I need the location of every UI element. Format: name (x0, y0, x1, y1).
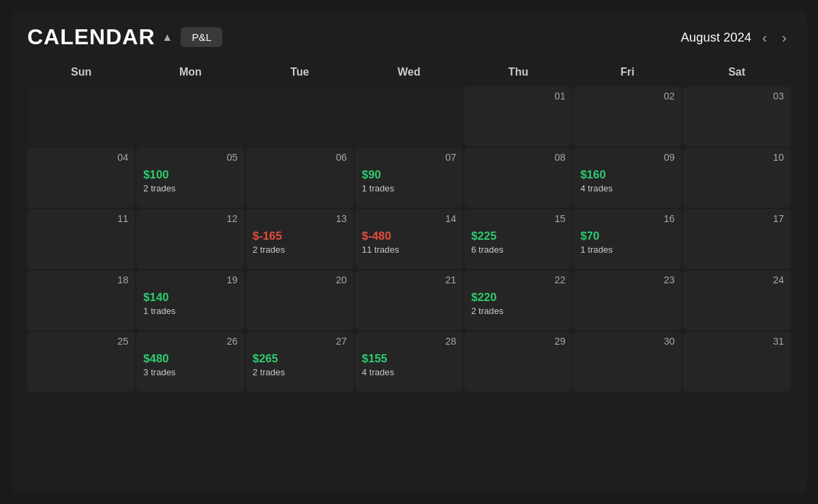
day-cell[interactable]: 22$2202 trades (464, 270, 572, 330)
day-number: 21 (362, 274, 456, 285)
weekday-mon: Mon (136, 61, 244, 85)
calendar-body: 0102030405$1002 trades0607$901 trades080… (27, 86, 791, 392)
day-cell[interactable]: 05$1002 trades (136, 148, 244, 208)
day-number: 10 (690, 152, 784, 163)
calendar-container: CALENDAR ▲ P&L August 2024 ‹ › Sun Mon T… (11, 11, 807, 493)
day-cell[interactable]: 16$701 trades (573, 209, 681, 269)
day-number: 20 (253, 274, 347, 285)
day-number: 22 (471, 274, 565, 285)
day-cell[interactable] (136, 86, 244, 146)
pnl-button[interactable]: P&L (181, 27, 222, 47)
day-number: 26 (143, 336, 237, 347)
month-nav: August 2024 ‹ › (681, 28, 791, 47)
day-pnl: $225 (471, 230, 496, 243)
day-trades: 2 trades (143, 183, 175, 193)
day-cell[interactable]: 12 (136, 209, 244, 269)
day-cell[interactable]: 21 (355, 270, 463, 330)
day-cell[interactable]: 23 (573, 270, 681, 330)
day-pnl: $155 (362, 352, 387, 366)
day-pnl: $220 (471, 291, 496, 304)
day-cell[interactable]: 20 (246, 270, 354, 330)
day-pnl: $265 (253, 352, 278, 366)
day-pnl: $160 (580, 168, 605, 182)
day-number: 29 (471, 336, 565, 347)
day-number: 24 (690, 274, 784, 285)
day-trades: 2 trades (253, 367, 285, 377)
day-number: 27 (253, 336, 347, 347)
day-trades: 3 trades (143, 367, 175, 377)
weekday-thu: Thu (464, 61, 572, 85)
day-number: 28 (362, 336, 456, 347)
day-cell[interactable]: 11 (27, 209, 135, 269)
day-cell[interactable]: 15$2256 trades (464, 209, 572, 269)
collapse-arrow[interactable]: ▲ (162, 31, 173, 44)
day-cell[interactable]: 04 (27, 148, 135, 208)
day-cell[interactable]: 25 (27, 332, 135, 392)
day-trades: 1 trades (580, 245, 612, 255)
day-number: 07 (362, 152, 456, 163)
day-cell[interactable] (246, 86, 354, 146)
day-cell[interactable]: 30 (573, 332, 681, 392)
day-number: 03 (690, 91, 784, 101)
day-number: 09 (580, 152, 674, 163)
day-cell[interactable]: 03 (683, 86, 791, 146)
weekday-tue: Tue (246, 61, 354, 85)
day-cell[interactable]: 08 (464, 148, 572, 208)
day-number: 25 (34, 336, 128, 347)
day-number: 01 (471, 91, 565, 101)
day-number: 31 (690, 336, 784, 347)
day-number: 30 (580, 336, 674, 347)
day-number: 17 (690, 213, 784, 224)
day-cell[interactable] (355, 86, 463, 146)
day-pnl: $140 (143, 291, 168, 304)
day-cell[interactable]: 19$1401 trades (136, 270, 244, 330)
day-trades: 2 trades (471, 306, 503, 316)
day-pnl: $100 (143, 168, 168, 182)
day-cell[interactable]: 24 (683, 270, 791, 330)
page-header: CALENDAR ▲ P&L August 2024 ‹ › (27, 25, 791, 50)
day-cell[interactable]: 13$-1652 trades (246, 209, 354, 269)
day-cell[interactable]: 14$-48011 trades (355, 209, 463, 269)
day-number: 08 (471, 152, 565, 163)
day-cell[interactable]: 26$4803 trades (136, 332, 244, 392)
weekday-sat: Sat (683, 61, 791, 85)
day-trades: 4 trades (580, 183, 612, 193)
day-cell[interactable]: 07$901 trades (355, 148, 463, 208)
day-number: 05 (143, 152, 237, 163)
day-cell[interactable]: 27$2652 trades (246, 332, 354, 392)
weekday-fri: Fri (573, 61, 681, 85)
day-number: 23 (580, 274, 674, 285)
day-pnl: $70 (580, 230, 599, 243)
day-trades: 4 trades (362, 367, 394, 377)
day-number: 12 (143, 213, 237, 224)
day-cell[interactable]: 17 (683, 209, 791, 269)
day-cell[interactable]: 09$1604 trades (573, 148, 681, 208)
day-cell[interactable] (27, 86, 135, 146)
day-number: 02 (580, 91, 674, 101)
day-number: 06 (253, 152, 347, 163)
next-month-button[interactable]: › (778, 28, 791, 47)
day-pnl: $90 (362, 168, 381, 182)
day-trades: 1 trades (362, 183, 394, 193)
day-number: 13 (253, 213, 347, 224)
day-cell[interactable]: 02 (573, 86, 681, 146)
prev-month-button[interactable]: ‹ (758, 28, 771, 47)
day-cell[interactable]: 06 (246, 148, 354, 208)
day-number: 19 (143, 274, 237, 285)
page-title: CALENDAR (27, 25, 155, 50)
weekday-wed: Wed (355, 61, 463, 85)
day-cell[interactable]: 10 (683, 148, 791, 208)
day-cell[interactable]: 28$1554 trades (355, 332, 463, 392)
day-cell[interactable]: 01 (464, 86, 572, 146)
day-cell[interactable]: 18 (27, 270, 135, 330)
day-number: 18 (34, 274, 128, 285)
day-cell[interactable]: 29 (464, 332, 572, 392)
day-pnl: $-165 (253, 230, 282, 243)
day-number: 04 (34, 152, 128, 163)
weekday-sun: Sun (27, 61, 135, 85)
day-trades: 2 trades (253, 245, 285, 255)
day-trades: 6 trades (471, 245, 503, 255)
day-cell[interactable]: 31 (683, 332, 791, 392)
month-label: August 2024 (681, 30, 751, 45)
day-pnl: $480 (143, 352, 168, 366)
